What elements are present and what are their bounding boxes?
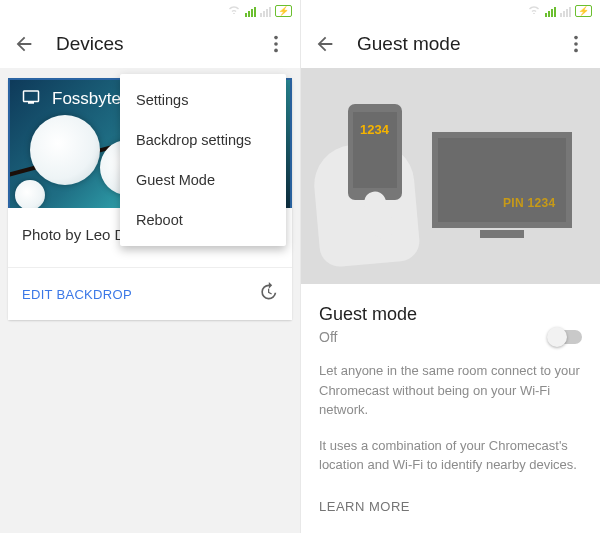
menu-item-guest-mode[interactable]: Guest Mode bbox=[120, 160, 286, 200]
app-bar: Devices bbox=[0, 20, 300, 68]
overflow-menu: Settings Backdrop settings Guest Mode Re… bbox=[120, 74, 286, 246]
signal-2-icon bbox=[260, 5, 271, 17]
svg-point-5 bbox=[574, 49, 578, 53]
battery-charging-icon: ⚡ bbox=[575, 5, 592, 17]
guest-mode-toggle[interactable] bbox=[548, 330, 582, 344]
svg-point-0 bbox=[274, 36, 278, 40]
left-pane: ⚡ Devices Fossbytes bbox=[0, 0, 300, 533]
svg-point-1 bbox=[274, 42, 278, 46]
phone-pin: 1234 bbox=[360, 122, 389, 137]
learn-more-button[interactable]: LEARN MORE bbox=[319, 499, 582, 514]
tv-icon bbox=[20, 88, 42, 110]
history-icon[interactable] bbox=[258, 282, 278, 306]
back-button[interactable] bbox=[313, 32, 337, 56]
svg-point-2 bbox=[274, 49, 278, 53]
overflow-button[interactable] bbox=[564, 32, 588, 56]
wifi-icon bbox=[527, 2, 541, 20]
tv-pin: PIN 1234 bbox=[503, 196, 555, 210]
edit-backdrop-button[interactable]: EDIT BACKDROP bbox=[22, 287, 258, 302]
menu-item-backdrop-settings[interactable]: Backdrop settings bbox=[120, 120, 286, 160]
right-pane: ⚡ Guest mode 1234 PIN 1234 bbox=[300, 0, 600, 533]
device-name: Fossbytes bbox=[52, 89, 129, 109]
card-actions: EDIT BACKDROP bbox=[8, 268, 292, 320]
overflow-button[interactable] bbox=[264, 32, 288, 56]
wifi-icon bbox=[227, 2, 241, 20]
hero-illustration: 1234 PIN 1234 bbox=[301, 68, 600, 284]
page-title: Guest mode bbox=[357, 33, 544, 55]
svg-point-3 bbox=[574, 36, 578, 40]
signal-2-icon bbox=[560, 5, 571, 17]
battery-charging-icon: ⚡ bbox=[275, 5, 292, 17]
app-bar: Guest mode bbox=[301, 20, 600, 68]
toggle-state-label: Off bbox=[319, 329, 548, 345]
signal-1-icon bbox=[245, 5, 256, 17]
menu-item-settings[interactable]: Settings bbox=[120, 80, 286, 120]
status-bar: ⚡ bbox=[0, 0, 300, 20]
tv-illustration: PIN 1234 bbox=[432, 132, 572, 228]
section-title: Guest mode bbox=[319, 304, 582, 325]
back-button[interactable] bbox=[12, 32, 36, 56]
description-2: It uses a combination of your Chromecast… bbox=[319, 436, 582, 475]
status-bar: ⚡ bbox=[301, 0, 600, 20]
phone-illustration: 1234 bbox=[330, 104, 420, 249]
page-title: Devices bbox=[56, 33, 244, 55]
svg-point-4 bbox=[574, 42, 578, 46]
signal-1-icon bbox=[545, 5, 556, 17]
menu-item-reboot[interactable]: Reboot bbox=[120, 200, 286, 240]
description-1: Let anyone in the same room connect to y… bbox=[319, 361, 582, 420]
detail-section: Guest mode Off Let anyone in the same ro… bbox=[301, 284, 600, 533]
